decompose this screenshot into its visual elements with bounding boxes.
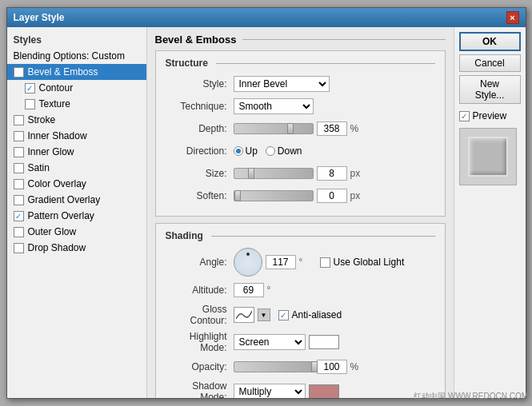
contour-preview[interactable] <box>234 307 254 323</box>
shadow-mode-row: Shadow Mode: Multiply Normal Screen <box>166 380 435 398</box>
bevel-emboss-checkbox[interactable] <box>14 67 24 78</box>
highlight-opacity-slider-container <box>234 361 314 372</box>
bevel-emboss-label: Bevel & Emboss <box>28 66 98 78</box>
altitude-unit: ° <box>267 285 280 296</box>
styles-label: Styles <box>7 32 146 48</box>
sidebar-item-outer-glow[interactable]: Outer Glow <box>7 224 146 240</box>
direction-up-radio[interactable] <box>234 146 243 156</box>
direction-down-item[interactable]: Down <box>266 145 302 157</box>
size-row: Size: 8 px <box>166 165 435 182</box>
technique-row: Technique: Smooth Chisel Hard Chisel Sof… <box>166 98 435 115</box>
highlight-mode-row: Highlight Mode: Screen Normal Multiply <box>166 331 435 353</box>
sidebar-item-drop-shadow[interactable]: Drop Shadow <box>7 240 146 256</box>
drop-shadow-label: Drop Shadow <box>28 242 86 253</box>
new-style-button[interactable]: New Style... <box>459 75 521 104</box>
angle-dial[interactable] <box>234 248 262 277</box>
use-global-light-checkbox[interactable] <box>320 257 330 268</box>
watermark: 红动中国 WWW.REDOCN.COM <box>414 391 528 402</box>
technique-select[interactable]: Smooth Chisel Hard Chisel Soft <box>234 98 314 114</box>
texture-checkbox[interactable] <box>25 99 35 109</box>
technique-label: Technique: <box>166 101 234 112</box>
satin-label: Satin <box>28 162 50 173</box>
center-panel: Bevel & Emboss Structure Style: Inner Be… <box>147 27 454 398</box>
size-unit: px <box>350 168 363 179</box>
direction-up-item[interactable]: Up <box>234 145 258 157</box>
sidebar-item-stroke[interactable]: Stroke <box>7 112 146 128</box>
gradient-overlay-label: Gradient Overlay <box>28 194 101 205</box>
depth-value[interactable]: 358 <box>317 121 347 136</box>
title-bar: Layer Style × <box>7 8 526 27</box>
shadow-color-swatch[interactable] <box>309 384 339 398</box>
shadow-mode-control: Multiply Normal Screen <box>234 384 435 398</box>
sidebar-item-satin[interactable]: Satin <box>7 160 146 176</box>
inner-shadow-checkbox[interactable] <box>14 131 24 141</box>
shading-section: Shading Angle: 117 ° Use <box>155 223 446 398</box>
style-label: Style: <box>166 78 234 90</box>
size-slider[interactable] <box>234 168 314 179</box>
contour-checkbox[interactable] <box>25 83 35 94</box>
soften-value[interactable]: 0 <box>317 189 347 203</box>
color-overlay-checkbox[interactable] <box>14 179 24 189</box>
shadow-mode-label: Shadow Mode: <box>166 380 234 398</box>
altitude-label: Altitude: <box>166 285 234 296</box>
direction-row: Direction: Up Down <box>166 142 435 160</box>
soften-slider[interactable] <box>234 190 314 201</box>
direction-up-label: Up <box>246 145 258 157</box>
main-section-title: Bevel & Emboss <box>155 34 237 46</box>
sidebar-item-texture[interactable]: Texture <box>7 96 146 112</box>
direction-radio-group: Up Down <box>234 145 302 157</box>
ok-button[interactable]: OK <box>459 32 521 51</box>
contour-dropdown-arrow[interactable]: ▼ <box>258 308 270 321</box>
size-value[interactable]: 8 <box>317 166 347 181</box>
anti-aliased-container: Anti-aliased <box>278 309 342 320</box>
sidebar-item-bevel-emboss[interactable]: Bevel & Emboss <box>7 64 146 80</box>
highlight-mode-label: Highlight Mode: <box>166 331 234 353</box>
anti-aliased-label: Anti-aliased <box>292 309 342 320</box>
soften-label: Soften: <box>166 190 234 201</box>
sidebar-item-inner-shadow[interactable]: Inner Shadow <box>7 128 146 144</box>
highlight-opacity-label: Opacity: <box>166 361 234 372</box>
highlight-mode-control: Screen Normal Multiply <box>234 334 435 350</box>
blending-options-label: Blending Options: Custom <box>14 50 125 62</box>
size-control: 8 px <box>234 166 435 181</box>
shadow-mode-select[interactable]: Multiply Normal Screen <box>234 384 306 398</box>
satin-checkbox[interactable] <box>14 163 24 173</box>
angle-value[interactable]: 117 <box>266 255 296 269</box>
dialog-title: Layer Style <box>14 12 65 23</box>
blending-options-item[interactable]: Blending Options: Custom <box>7 48 146 64</box>
depth-row: Depth: 358 % <box>166 120 435 137</box>
direction-label: Direction: <box>166 145 234 157</box>
sidebar-item-pattern-overlay[interactable]: Pattern Overlay <box>7 208 146 224</box>
highlight-opacity-slider[interactable] <box>234 361 314 372</box>
pattern-overlay-checkbox[interactable] <box>14 211 24 221</box>
sidebar-item-contour[interactable]: Contour <box>7 80 146 96</box>
stroke-label: Stroke <box>28 114 56 125</box>
color-overlay-label: Color Overlay <box>28 178 86 189</box>
highlight-opacity-value[interactable]: 100 <box>317 360 347 374</box>
soften-unit: px <box>350 190 363 201</box>
drop-shadow-checkbox[interactable] <box>14 243 24 253</box>
gradient-overlay-checkbox[interactable] <box>14 195 24 205</box>
highlight-color-swatch[interactable] <box>309 335 339 349</box>
layer-style-dialog: Layer Style × Styles Blending Options: C… <box>6 7 526 399</box>
sidebar-item-color-overlay[interactable]: Color Overlay <box>7 176 146 192</box>
outer-glow-checkbox[interactable] <box>14 227 24 237</box>
sidebar-item-gradient-overlay[interactable]: Gradient Overlay <box>7 192 146 208</box>
inner-glow-checkbox[interactable] <box>14 147 24 157</box>
preview-checkbox[interactable] <box>459 111 470 121</box>
angle-label: Angle: <box>166 257 234 268</box>
close-button[interactable]: × <box>506 11 519 24</box>
stroke-checkbox[interactable] <box>14 115 24 125</box>
style-select[interactable]: Inner Bevel Outer Bevel Emboss Pillow Em… <box>234 76 330 92</box>
altitude-value[interactable]: 69 <box>234 283 264 297</box>
highlight-mode-select[interactable]: Screen Normal Multiply <box>234 334 306 350</box>
highlight-opacity-row: Opacity: 100 % <box>166 358 435 376</box>
angle-control: 117 ° Use Global Light <box>234 248 435 277</box>
cancel-button[interactable]: Cancel <box>459 54 521 72</box>
anti-aliased-checkbox[interactable] <box>278 310 289 320</box>
preview-label-container: Preview <box>459 110 521 121</box>
depth-slider[interactable] <box>234 123 314 134</box>
sidebar-item-inner-glow[interactable]: Inner Glow <box>7 144 146 160</box>
direction-down-radio[interactable] <box>266 146 275 156</box>
gloss-contour-row: Gloss Contour: ▼ Anti-aliased <box>166 304 435 326</box>
